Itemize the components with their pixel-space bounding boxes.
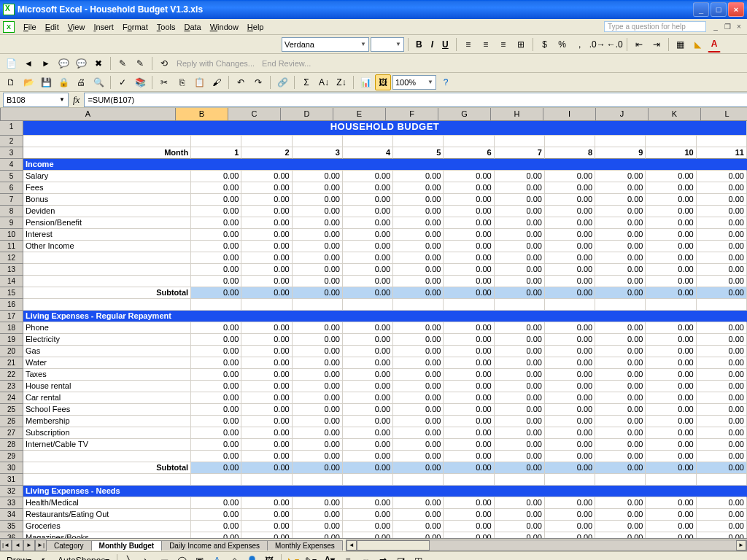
value-cell[interactable]: 0.00: [343, 404, 393, 416]
value-cell[interactable]: 0.00: [595, 346, 646, 357]
autosum-button[interactable]: Σ: [298, 74, 314, 90]
value-cell[interactable]: 0.00: [646, 229, 696, 241]
column-header-L[interactable]: L: [701, 108, 747, 121]
value-cell[interactable]: 0.00: [241, 369, 292, 381]
value-cell[interactable]: 0.00: [393, 322, 444, 334]
month-header[interactable]: 10: [646, 147, 696, 159]
value-cell[interactable]: 0.00: [697, 241, 747, 252]
value-cell[interactable]: 0.00: [646, 439, 696, 451]
value-cell[interactable]: 0.00: [191, 427, 241, 439]
cell[interactable]: [191, 474, 241, 486]
value-cell[interactable]: 0.00: [293, 357, 343, 369]
value-cell[interactable]: 0.00: [293, 264, 343, 276]
font-color-button[interactable]: A: [708, 36, 721, 52]
value-cell[interactable]: 0.00: [545, 171, 595, 182]
spreadsheet-grid[interactable]: ABCDEFGHIJKL 1HOUSEHOLD BUDGET23Month123…: [0, 108, 747, 538]
row-label[interactable]: [23, 276, 191, 287]
row-label[interactable]: Salary: [23, 171, 191, 182]
cell[interactable]: [495, 299, 545, 311]
value-cell[interactable]: 0.00: [191, 194, 241, 206]
decrease-decimal-button[interactable]: ←.0: [607, 36, 623, 52]
prev-comment-button[interactable]: ◄: [20, 55, 36, 71]
row-header[interactable]: 10: [0, 229, 23, 241]
next-comment-button[interactable]: ►: [38, 55, 54, 71]
month-header[interactable]: 3: [293, 147, 343, 159]
textbox-button[interactable]: ▣: [191, 553, 207, 561]
value-cell[interactable]: 0.00: [343, 416, 393, 427]
value-cell[interactable]: 0.00: [595, 322, 646, 334]
value-cell[interactable]: 0.00: [646, 521, 696, 532]
value-cell[interactable]: 0.00: [191, 416, 241, 427]
row-header[interactable]: 4: [0, 159, 23, 171]
new-button[interactable]: 🗋: [3, 74, 19, 90]
month-header[interactable]: 11: [697, 147, 747, 159]
print-preview-button[interactable]: 🔍: [90, 74, 107, 90]
value-cell[interactable]: 0.00: [697, 276, 747, 287]
row-header[interactable]: 22: [0, 369, 23, 381]
value-cell[interactable]: 0.00: [595, 241, 646, 252]
section-header[interactable]: Living Expenses - Regular Repayment: [23, 311, 747, 322]
value-cell[interactable]: 0.00: [393, 427, 444, 439]
value-cell[interactable]: 0.00: [444, 416, 494, 427]
month-header[interactable]: 5: [393, 147, 444, 159]
value-cell[interactable]: 0.00: [241, 392, 292, 404]
value-cell[interactable]: 0.00: [343, 206, 393, 217]
value-cell[interactable]: 0.00: [293, 439, 343, 451]
value-cell[interactable]: 0.00: [697, 427, 747, 439]
value-cell[interactable]: 0.00: [595, 217, 646, 229]
value-cell[interactable]: 0.00: [697, 532, 747, 538]
row-header[interactable]: 29: [0, 451, 23, 462]
subtotal-cell[interactable]: 0.00: [595, 287, 646, 299]
sort-desc-button[interactable]: Z↓: [333, 74, 349, 90]
row-label[interactable]: Fees: [23, 182, 191, 194]
zoom-selector[interactable]: 100%▼: [392, 75, 436, 90]
align-right-button[interactable]: ≡: [495, 36, 511, 52]
value-cell[interactable]: 0.00: [293, 392, 343, 404]
value-cell[interactable]: 0.00: [646, 451, 696, 462]
subtotal-cell[interactable]: 0.00: [545, 287, 595, 299]
row-label[interactable]: Groceries: [23, 521, 191, 532]
value-cell[interactable]: 0.00: [545, 276, 595, 287]
subtotal-cell[interactable]: 0.00: [545, 462, 595, 474]
value-cell[interactable]: 0.00: [646, 252, 696, 264]
value-cell[interactable]: 0.00: [241, 357, 292, 369]
fx-button[interactable]: fx: [73, 94, 80, 106]
row-label[interactable]: House rental: [23, 381, 191, 392]
line-button[interactable]: ╲: [121, 553, 137, 561]
value-cell[interactable]: 0.00: [595, 392, 646, 404]
help-search-box[interactable]: Type a question for help: [604, 21, 706, 32]
value-cell[interactable]: 0.00: [343, 509, 393, 521]
value-cell[interactable]: 0.00: [444, 404, 494, 416]
value-cell[interactable]: 0.00: [393, 404, 444, 416]
value-cell[interactable]: 0.00: [697, 357, 747, 369]
row-header[interactable]: 26: [0, 416, 23, 427]
menu-data[interactable]: Data: [179, 21, 205, 33]
value-cell[interactable]: 0.00: [495, 497, 545, 509]
value-cell[interactable]: 0.00: [595, 206, 646, 217]
value-cell[interactable]: 0.00: [293, 241, 343, 252]
show-comment-button[interactable]: 💬: [55, 55, 71, 71]
value-cell[interactable]: 0.00: [495, 416, 545, 427]
value-cell[interactable]: 0.00: [191, 392, 241, 404]
value-cell[interactable]: 0.00: [393, 241, 444, 252]
column-header-J[interactable]: J: [596, 108, 649, 121]
subtotal-cell[interactable]: 0.00: [646, 462, 696, 474]
value-cell[interactable]: 0.00: [393, 392, 444, 404]
value-cell[interactable]: 0.00: [646, 416, 696, 427]
value-cell[interactable]: 0.00: [343, 497, 393, 509]
subtotal-cell[interactable]: 0.00: [241, 462, 292, 474]
value-cell[interactable]: 0.00: [595, 334, 646, 346]
value-cell[interactable]: 0.00: [545, 194, 595, 206]
value-cell[interactable]: 0.00: [595, 451, 646, 462]
cell[interactable]: [595, 136, 646, 147]
value-cell[interactable]: 0.00: [495, 264, 545, 276]
value-cell[interactable]: 0.00: [293, 252, 343, 264]
value-cell[interactable]: 0.00: [241, 346, 292, 357]
value-cell[interactable]: 0.00: [293, 427, 343, 439]
row-header[interactable]: 6: [0, 182, 23, 194]
value-cell[interactable]: 0.00: [697, 217, 747, 229]
scroll-thumb[interactable]: [357, 540, 430, 551]
value-cell[interactable]: 0.00: [697, 194, 747, 206]
tab-first-button[interactable]: |◄: [0, 540, 12, 551]
cut-button[interactable]: ✂: [156, 74, 172, 90]
